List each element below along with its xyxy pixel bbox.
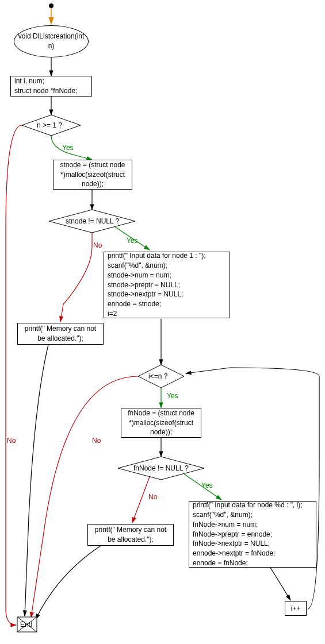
e1-label: printf(" Memory can not be allocated."); — [25, 324, 96, 344]
d1-yes: Yes — [62, 144, 74, 152]
process-p3: fnNode = (struct node *)malloc(sizeof(st… — [121, 408, 201, 438]
process-decl: int i, num; struct node *fnNode; — [10, 76, 92, 97]
p4-label: printf(" Input data for node %d : ", i);… — [193, 500, 303, 568]
p2-label: printf(" Input data for node 1 : "); sca… — [108, 251, 206, 319]
d4-yes: Yes — [201, 481, 213, 489]
end-label: End — [20, 620, 32, 628]
d2-yes: Yes — [127, 237, 138, 245]
process-e2: printf(" Memory can not be allocated."); — [87, 524, 174, 546]
e2-label: printf(" Memory can not be allocated."); — [95, 525, 166, 545]
inc-label: i++ — [291, 604, 301, 614]
func-label: void DlListcreation(int n) — [18, 32, 85, 51]
d2-no: No — [93, 241, 102, 249]
d4-no: No — [148, 493, 157, 501]
process-p4: printf(" Input data for node %d : ", i);… — [189, 501, 316, 568]
d3-no: No — [92, 437, 101, 445]
decision-d1-label: n >= 1 ? — [37, 121, 62, 129]
d3-yes: Yes — [167, 392, 178, 400]
process-p2: printf(" Input data for node 1 : "); sca… — [104, 252, 230, 318]
process-e1: printf(" Memory can not be allocated."); — [17, 323, 104, 345]
p3-label: fnNode = (struct node *)malloc(sizeof(st… — [128, 408, 194, 437]
terminator-func: void DlListcreation(int n) — [14, 25, 89, 57]
p1-label: stnode = (struct node *)malloc(sizeof(st… — [60, 160, 125, 189]
d1-no: No — [7, 437, 16, 445]
decision-d4-label: fnNode != NULL ? — [133, 464, 189, 472]
svg-point-1 — [49, 3, 53, 8]
decl-label: int i, num; struct node *fnNode; — [14, 76, 77, 96]
process-p1: stnode = (struct node *)malloc(sizeof(st… — [53, 160, 132, 190]
decision-d2-label: stnode != NULL ? — [66, 217, 119, 225]
process-inc: i++ — [285, 601, 307, 616]
decision-d3-label: i<=n ? — [148, 372, 167, 380]
